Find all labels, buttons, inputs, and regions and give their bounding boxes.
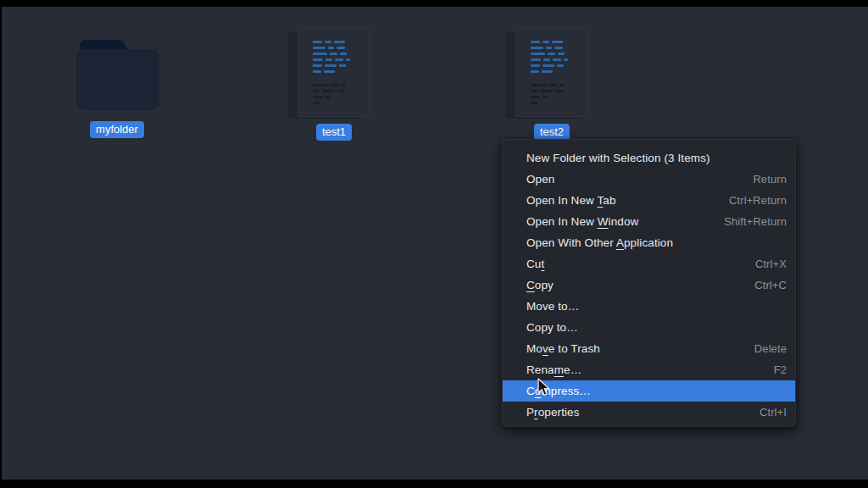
menu-item-move-to[interactable]: Move to…: [503, 296, 795, 317]
desktop-item-test2[interactable]: test2: [497, 27, 607, 141]
desktop-item-label: myfolder: [90, 121, 144, 138]
menu-item-open-with-other-application[interactable]: Open With Other Application: [503, 232, 795, 253]
screen: myfoldertest1test2 New Folder with Selec…: [0, 0, 868, 488]
menu-item-label: Move to Trash: [526, 342, 600, 355]
menu-item-accelerator: Ctrl+X: [755, 258, 787, 270]
menu-item-cut[interactable]: CutCtrl+X: [503, 253, 795, 274]
menu-item-accelerator: Ctrl+I: [760, 406, 787, 419]
file-page: [515, 27, 588, 117]
text-file-icon: [515, 27, 588, 117]
menu-item-label: Open In New Tab: [526, 194, 616, 207]
menu-item-label: Properties: [526, 406, 580, 419]
menu-item-accelerator: F2: [774, 363, 787, 376]
menu-item-open-in-new-window[interactable]: Open In New WindowShift+Return: [503, 211, 795, 232]
menu-item-properties[interactable]: PropertiesCtrl+I: [503, 402, 795, 423]
menu-item-label: Cut: [526, 258, 544, 270]
menu-item-label: Open With Other Application: [526, 236, 673, 249]
menu-item-label: Compress…: [526, 385, 591, 397]
menu-item-compress[interactable]: Compress…: [503, 380, 795, 402]
desktop-item-label: test2: [534, 124, 570, 141]
menu-item-copy[interactable]: CopyCtrl+C: [503, 274, 795, 296]
letterbox-top: [0, 0, 868, 7]
menu-item-accelerator: Ctrl+Return: [729, 194, 787, 207]
desktop-item-test1[interactable]: test1: [279, 27, 389, 141]
menu-item-label: Copy to…: [526, 321, 578, 334]
menu-item-new-folder-with-selection-3-items[interactable]: New Folder with Selection (3 Items): [503, 147, 795, 169]
menu-item-label: Copy: [526, 279, 554, 291]
menu-item-label: Open In New Window: [526, 215, 638, 228]
menu-item-label: New Folder with Selection (3 Items): [526, 152, 710, 164]
menu-item-open-in-new-tab[interactable]: Open In New TabCtrl+Return: [503, 190, 795, 211]
menu-item-accelerator: Return: [753, 173, 787, 186]
menu-item-label: Move to…: [526, 300, 579, 313]
context-menu: New Folder with Selection (3 Items)OpenR…: [502, 139, 796, 427]
menu-item-accelerator: Ctrl+C: [754, 279, 787, 291]
menu-item-accelerator: Shift+Return: [724, 215, 787, 228]
menu-item-label: Open: [526, 173, 554, 186]
menu-item-rename[interactable]: Rename…F2: [503, 359, 795, 380]
menu-item-open[interactable]: OpenReturn: [503, 169, 795, 190]
letterbox-bottom: [0, 480, 868, 488]
desktop[interactable]: myfoldertest1test2 New Folder with Selec…: [2, 7, 868, 480]
folder-icon: [70, 32, 164, 114]
desktop-item-label: test1: [316, 124, 352, 141]
menu-item-accelerator: Delete: [754, 342, 787, 355]
menu-item-label: Rename…: [526, 363, 581, 376]
desktop-item-myfolder[interactable]: myfolder: [62, 32, 172, 138]
text-file-icon: [298, 27, 370, 117]
menu-item-move-to-trash[interactable]: Move to TrashDelete: [503, 338, 795, 359]
menu-item-copy-to[interactable]: Copy to…: [503, 317, 795, 338]
file-page: [298, 27, 370, 117]
